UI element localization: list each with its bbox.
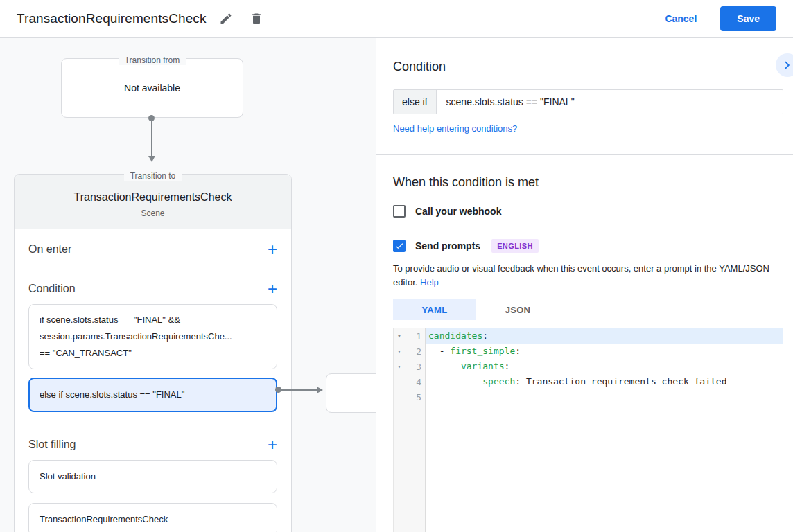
language-badge: ENGLISH — [491, 239, 539, 253]
condition-input-group: else if — [393, 89, 783, 114]
tab-yaml[interactable]: YAML — [393, 299, 476, 320]
editor-code[interactable]: candidates: - first_simple: variants: - … — [426, 328, 783, 532]
editor-gutter-line[interactable]: 5 — [394, 389, 425, 405]
when-condition-met-title: When this condition is met — [393, 175, 783, 190]
prompt-help-link[interactable]: Help — [420, 277, 439, 287]
condition-if-line1: if scene.slots.status == "FINAL" && — [40, 312, 266, 328]
transition-from-legend: Transition from — [62, 53, 243, 66]
editor-gutter-line[interactable]: ▾3 — [394, 359, 425, 374]
condition-item-elseif-selected[interactable]: else if scene.slots.status == "FINAL" — [28, 378, 277, 412]
condition-detail-panel: Condition else if Need help entering con… — [376, 38, 793, 532]
scene-type-label: Scene — [15, 209, 291, 218]
webhook-label: Call your webhook — [415, 206, 501, 217]
editor-gutter: ▾1▾2▾345 — [394, 328, 426, 532]
fold-arrow-icon[interactable]: ▾ — [394, 332, 405, 339]
connector-line-vertical — [151, 118, 152, 157]
editor-code-line[interactable]: - first_simple: — [426, 344, 783, 359]
editor-format-tabs: YAML JSON — [393, 299, 783, 320]
editor-gutter-line[interactable]: 4 — [394, 374, 425, 389]
fold-arrow-icon[interactable]: ▾ — [394, 363, 405, 370]
tab-json[interactable]: JSON — [476, 299, 559, 320]
top-bar: TransactionRequirementsCheck Cancel Save — [0, 0, 793, 38]
webhook-checkbox[interactable] — [393, 205, 406, 218]
transition-from-node[interactable]: Transition from Not available — [61, 58, 243, 118]
condition-if-line2: session.params.TransactionRequirementsCh… — [40, 328, 266, 345]
condition-section: Condition + if scene.slots.status == "FI… — [15, 269, 291, 425]
editor-gutter-line[interactable]: ▾1 — [394, 328, 425, 344]
scene-card-header[interactable]: TransactionRequirementsCheck Scene — [15, 175, 291, 229]
fold-arrow-icon[interactable]: ▾ — [394, 348, 405, 355]
yaml-code-editor[interactable]: ▾1▾2▾345 candidates: - first_simple: var… — [393, 328, 783, 532]
condition-elseif-text: else if scene.slots.status == "FINAL" — [40, 388, 266, 402]
panel-title: Condition — [393, 60, 783, 74]
editor-gutter-line[interactable]: ▾2 — [394, 344, 425, 359]
checkmark-icon — [394, 241, 404, 251]
slot-item-validation[interactable]: Slot validation — [28, 460, 277, 493]
on-enter-row[interactable]: On enter + — [15, 229, 291, 269]
save-button[interactable]: Save — [720, 6, 776, 31]
editor-code-line[interactable] — [426, 389, 783, 405]
scene-flow-canvas: Transition from Not available Transition… — [0, 38, 376, 532]
editor-code-line[interactable]: - speech: Transaction requirements check… — [426, 374, 783, 389]
prompt-description-text: To provide audio or visual feedback when… — [393, 263, 769, 287]
editor-code-line[interactable]: candidates: — [426, 328, 783, 344]
transition-from-value: Not available — [124, 82, 180, 94]
condition-expression-input[interactable] — [437, 90, 783, 114]
slot-filling-label: Slot filling — [28, 438, 268, 451]
editor-code-line[interactable]: variants: — [426, 359, 783, 374]
pencil-icon — [219, 12, 233, 26]
chevron-right-icon — [780, 57, 793, 73]
prompts-option-row: Send prompts ENGLISH — [393, 239, 783, 253]
slot-item-transaction-check[interactable]: TransactionRequirementsCheck — [28, 503, 277, 532]
transition-to-card: Transition to TransactionRequirementsChe… — [14, 174, 292, 532]
elseif-connector-line — [279, 389, 317, 391]
cancel-button[interactable]: Cancel — [665, 13, 697, 24]
arrow-right-icon — [317, 387, 323, 393]
send-prompts-checkbox[interactable] — [393, 240, 406, 252]
edit-title-button[interactable] — [215, 8, 237, 30]
arrow-down-icon — [148, 156, 155, 162]
conditions-help-link[interactable]: Need help entering conditions? — [393, 123, 517, 134]
delete-scene-button[interactable] — [245, 8, 268, 30]
send-prompts-label: Send prompts — [415, 240, 480, 251]
condition-if-line3: == "CAN_TRANSACT" — [40, 345, 266, 362]
page-title: TransactionRequirementsCheck — [17, 11, 207, 26]
add-condition-button[interactable]: + — [268, 282, 277, 296]
panel-divider — [376, 154, 793, 155]
prompt-description: To provide audio or visual feedback when… — [393, 262, 783, 290]
condition-section-label: Condition — [28, 283, 268, 295]
webhook-option-row: Call your webhook — [393, 205, 783, 218]
scene-name: TransactionRequirementsCheck — [15, 191, 291, 204]
condition-item-if[interactable]: if scene.slots.status == "FINAL" && sess… — [28, 304, 277, 369]
trash-icon — [250, 12, 263, 26]
slot-filling-section: Slot filling + Slot validation Transacti… — [15, 425, 291, 532]
transition-target-node[interactable] — [326, 373, 376, 413]
add-slot-button[interactable]: + — [268, 438, 277, 452]
on-enter-label: On enter — [28, 243, 268, 256]
add-on-enter-button[interactable]: + — [268, 242, 277, 256]
condition-prefix-label: else if — [394, 90, 437, 114]
